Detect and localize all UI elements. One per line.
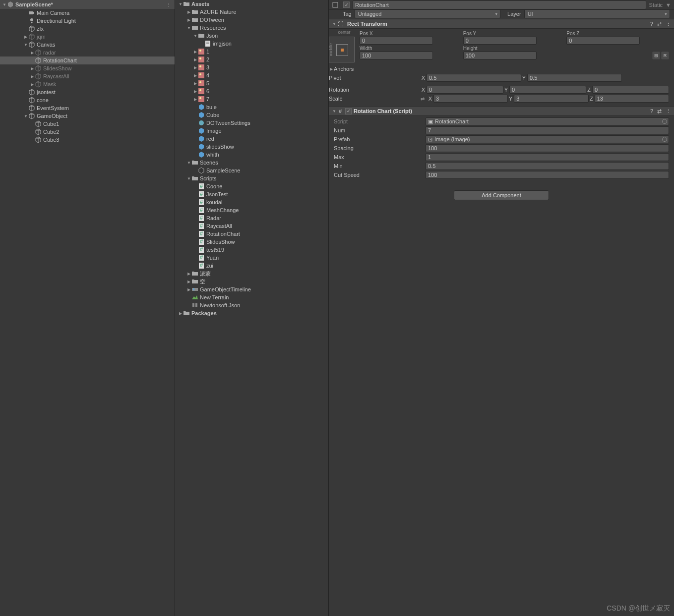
tree-item[interactable]: #koudai [175,198,328,206]
tree-item[interactable]: ▼Scripts [175,174,328,182]
foldout-icon[interactable] [193,144,198,149]
tree-item[interactable]: #Yuan [175,254,328,262]
tree-item[interactable]: ▶6 [175,87,328,95]
width-input[interactable] [360,52,433,59]
rot-x-input[interactable] [427,86,503,94]
tree-item[interactable]: ▼GameObject [0,112,175,120]
foldout-icon[interactable] [193,112,198,117]
tree-item[interactable]: RotationChart [0,56,175,64]
menu-icon[interactable]: ⋮ [666,21,671,27]
tree-item[interactable]: ▼Scenes [175,159,328,167]
foldout-icon[interactable]: ▼ [186,25,191,30]
foldout-icon[interactable] [193,184,198,189]
foldout-icon[interactable]: ▼ [332,21,337,26]
foldout-icon[interactable]: ▶ [193,73,198,78]
cutspeed-input[interactable] [426,171,669,179]
foldout-icon[interactable] [193,255,198,260]
component-enabled-checkbox[interactable]: ✓ [345,108,352,114]
foldout-icon[interactable]: ▼ [186,160,191,165]
foldout-icon[interactable]: ▶ [186,17,191,22]
tree-item[interactable]: #Radar [175,214,328,222]
tree-item[interactable]: ▶派蒙 [175,270,328,278]
height-input[interactable] [463,52,537,59]
foldout-icon[interactable]: ▶ [23,34,28,39]
help-icon[interactable]: ? [650,108,653,114]
foldout-icon[interactable] [193,247,198,252]
foldout-icon[interactable] [193,231,198,236]
tree-item[interactable]: #MeshChange [175,206,328,214]
tree-item[interactable]: whith [175,151,328,159]
menu-icon[interactable]: ⋮ [666,108,671,114]
blueprint-button[interactable]: ⊞ [652,52,660,59]
tree-item[interactable]: #RaycastAll [175,222,328,230]
static-dropdown[interactable]: ▼ [666,2,671,8]
tree-item[interactable]: #zui [175,262,328,270]
active-checkbox[interactable]: ✓ [343,1,350,8]
foldout-icon[interactable]: ▶ [30,66,35,71]
hierarchy-scene-header[interactable]: ▼ SampleScene* ⋮ [0,0,175,9]
foldout-icon[interactable]: ▶ [30,82,35,87]
link-icon[interactable]: ⇄ [421,96,428,102]
foldout-icon[interactable] [30,121,35,126]
foldout-icon[interactable] [193,105,198,110]
preset-icon[interactable]: ⇄ [657,21,662,27]
tree-item[interactable]: ▼Canvas [0,41,175,49]
foldout-icon[interactable]: ▶ [329,66,334,71]
foldout-icon[interactable] [193,200,198,205]
tree-item[interactable]: ▶3 [175,63,328,71]
tree-item[interactable]: Main Camera [0,9,175,17]
foldout-icon[interactable] [23,18,28,23]
tree-item[interactable]: slidesShow [175,143,328,151]
foldout-icon[interactable]: ▶ [193,89,198,94]
foldout-icon[interactable]: ▼ [23,42,28,47]
tree-item[interactable]: ▶SlidesShow [0,64,175,72]
foldout-icon[interactable]: ▶ [186,287,191,292]
rot-y-input[interactable] [509,86,586,94]
anchor-preset[interactable]: middle [329,37,355,62]
tree-item[interactable]: #test519 [175,246,328,254]
foldout-icon[interactable]: ▶ [30,74,35,79]
foldout-icon[interactable] [193,216,198,221]
tree-item[interactable]: #SlidesShow [175,238,328,246]
tree-item[interactable]: ▶2 [175,56,328,63]
tree-item[interactable]: New Terrain [175,293,328,301]
tree-item[interactable]: DOTweenSettings [175,119,328,127]
foldout-icon[interactable] [193,192,198,197]
add-component-button[interactable]: Add Component [454,190,549,200]
tree-item[interactable]: #JsonTest [175,190,328,198]
foldout-icon[interactable]: ▼ [186,176,191,181]
name-field[interactable]: RotationChart [353,0,646,9]
tree-item[interactable]: ▶空 [175,278,328,285]
prefab-field[interactable]: ⊡Image (Image) [426,135,669,143]
tree-item[interactable]: Image [175,127,328,135]
tree-item[interactable]: imgjson [175,40,328,48]
foldout-icon[interactable]: ▼ [2,2,7,7]
assets-root[interactable]: ▼ Assets [175,0,328,8]
scl-y-input[interactable] [514,95,588,103]
tree-item[interactable]: #RotationChart [175,230,328,238]
tree-item[interactable]: ▶RaycasrAll [0,72,175,80]
tree-item[interactable]: ▶DOTween [175,16,328,24]
foldout-icon[interactable]: ▼ [332,109,337,113]
foldout-icon[interactable]: ▶ [178,311,183,316]
foldout-icon[interactable]: ▶ [30,50,35,55]
tree-item[interactable]: #Coone [175,182,328,190]
tree-item[interactable]: cone [0,96,175,104]
foldout-icon[interactable]: ▶ [193,81,198,86]
foldout-icon[interactable] [199,41,204,46]
foldout-icon[interactable] [193,128,198,133]
tree-item[interactable]: EventSystem [0,104,175,112]
foldout-icon[interactable] [23,98,28,103]
preset-icon[interactable]: ⇄ [657,108,662,114]
tree-item[interactable]: red [175,135,328,143]
foldout-icon[interactable] [193,136,198,141]
foldout-icon[interactable] [23,26,28,31]
foldout-icon[interactable] [23,90,28,95]
min-input[interactable] [426,162,669,170]
foldout-icon[interactable]: ▼ [23,113,28,118]
rot-z-input[interactable] [592,86,669,94]
foldout-icon[interactable] [186,295,191,300]
scl-x-input[interactable] [433,95,508,103]
foldout-icon[interactable] [30,137,35,142]
foldout-icon[interactable] [193,224,198,228]
